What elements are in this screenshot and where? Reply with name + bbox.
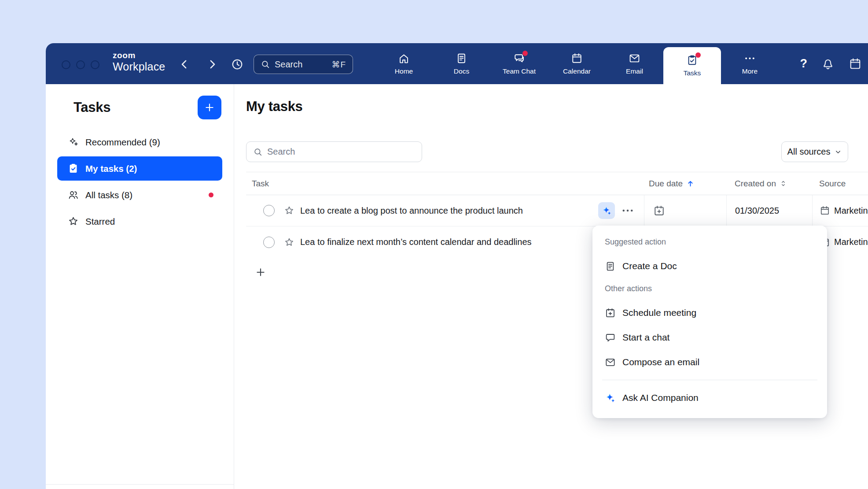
nav-home[interactable]: Home [375,43,433,84]
docs-icon [456,52,467,64]
source-value: Marketing [834,237,868,247]
nav-calendar[interactable]: Calendar [548,43,606,84]
ai-companion-icon [605,393,616,404]
source-value: Marketing [834,206,868,216]
help-icon[interactable]: ? [800,58,808,70]
sidebar-title: Tasks [74,100,110,115]
search-shortcut: ⌘F [331,59,346,70]
ai-companion-button[interactable] [598,202,615,219]
primary-nav: Home Docs Team Chat Calendar Email Tasks [375,43,779,84]
app-window: zoom Workplace Search ⌘F Home Docs Tea [46,43,868,489]
column-header-due-date[interactable]: Due date [644,179,726,189]
sidebar-divider [46,484,234,485]
window-control-zoom[interactable] [91,60,99,69]
all-tasks-notification-dot [209,193,213,197]
zoom-workplace-logo: zoom Workplace [113,51,165,73]
source-cell: Marketing [812,195,868,226]
menu-item-ask-ai-companion[interactable]: Ask AI Companion [592,385,827,410]
doc-icon [605,261,616,272]
calendar-plus-icon [605,307,616,319]
global-search[interactable]: Search ⌘F [254,55,353,74]
star-icon [68,216,79,227]
chat-bubble-icon [605,332,616,343]
zoom-wordmark: zoom [113,51,165,60]
workplace-label: Workplace [113,60,165,73]
menu-suggested-items: Create a Doc [592,254,827,278]
tasks-sidebar: Tasks Recommended (9) My tasks (2) All t… [46,84,234,489]
chevron-down-icon [834,148,842,156]
calendar-icon [820,205,830,216]
sparkles-icon [68,137,79,148]
plus-icon [204,102,215,113]
sort-toggle-icon [779,179,787,188]
window-control-minimize[interactable] [76,60,85,69]
calendar-icon [571,52,583,64]
menu-item-compose-email[interactable]: Compose an email [592,350,827,374]
back-button[interactable] [178,58,191,71]
task-title: Lea to finalize next month’s content cal… [300,237,594,247]
new-task-button[interactable] [198,96,221,119]
topbar: zoom Workplace Search ⌘F Home Docs Tea [46,43,868,84]
menu-item-start-chat[interactable]: Start a chat [592,325,827,350]
sidebar-item-starred[interactable]: Starred [57,209,222,233]
tasks-icon [686,54,698,66]
task-cell: Lea to create a blog post to announce th… [246,195,644,226]
people-icon [68,189,79,200]
column-header-task: Task [246,179,644,189]
email-icon [629,52,640,64]
nav-docs[interactable]: Docs [433,43,490,84]
nav-team-chat[interactable]: Team Chat [490,43,548,84]
due-date-cell[interactable] [644,195,726,226]
recent-history-icon[interactable] [231,58,244,71]
nav-email[interactable]: Email [606,43,663,84]
more-actions-icon[interactable] [621,204,634,217]
created-on-cell: 01/30/2025 [726,195,812,226]
star-icon[interactable] [284,205,294,216]
sidebar-item-my-tasks[interactable]: My tasks (2) [57,156,222,181]
global-search-label: Search [275,59,302,70]
task-title: Lea to create a blog post to announce th… [300,206,594,216]
window-control-close[interactable] [62,60,70,69]
task-search [246,141,422,162]
column-header-source[interactable]: Source [812,179,868,189]
nav-tasks[interactable]: Tasks [663,47,721,84]
column-header-created-on[interactable]: Created on [726,179,812,189]
notifications-bell-icon[interactable] [821,57,835,70]
table-header: Task Due date Created on Source [246,172,868,195]
task-checkbox[interactable] [263,205,275,216]
menu-other-items: Schedule meeting Start a chat Compose an… [592,300,827,374]
history-nav [178,58,219,71]
home-icon [398,52,410,64]
sidebar-item-label: My tasks (2) [85,163,137,174]
menu-section-suggested: Suggested action [592,237,827,247]
nav-more[interactable]: More [721,43,779,84]
sidebar-item-all-tasks[interactable]: All tasks (8) [57,183,222,207]
sidebar-item-label: All tasks (8) [85,190,132,200]
ai-companion-icon [602,206,612,216]
menu-section-other: Other actions [592,284,827,293]
sidebar-header: Tasks [46,96,234,119]
menu-divider [602,380,817,380]
forward-button[interactable] [206,58,219,71]
email-icon [605,357,616,368]
sidebar-list: Recommended (9) My tasks (2) All tasks (… [46,130,234,233]
sort-ascending-icon [686,179,695,188]
menu-item-schedule-meeting[interactable]: Schedule meeting [592,300,827,325]
star-icon[interactable] [284,237,294,248]
search-icon [253,147,263,157]
task-checkbox[interactable] [263,237,275,248]
menu-item-create-doc[interactable]: Create a Doc [592,254,827,278]
mini-calendar-icon[interactable] [849,57,862,70]
task-row[interactable]: Lea to create a blog post to announce th… [246,195,868,226]
sidebar-item-label: Starred [85,216,115,227]
sidebar-item-recommended[interactable]: Recommended (9) [57,130,222,154]
more-icon [744,52,756,64]
task-cell: Lea to finalize next month’s content cal… [246,226,644,258]
sources-filter-dropdown[interactable]: All sources [781,141,848,162]
team-chat-icon [513,52,525,64]
add-due-date-icon[interactable] [653,205,665,217]
task-search-input[interactable] [267,147,415,157]
tasks-notification-dot [695,52,701,58]
topbar-right-icons: ? [800,43,862,84]
window-controls [62,60,99,69]
